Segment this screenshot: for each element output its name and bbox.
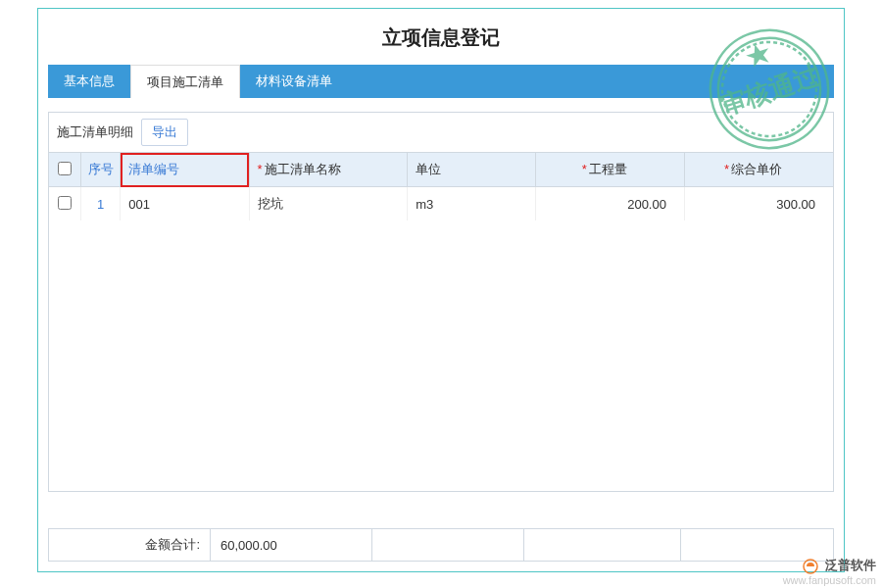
required-marker: * xyxy=(724,162,729,176)
header-unit[interactable]: 单位 xyxy=(408,153,536,187)
cell-seq: 1 xyxy=(80,187,120,221)
row-checkbox-cell xyxy=(49,187,80,221)
table-row[interactable]: 1 001 挖坑 m3 200.00 300.00 xyxy=(49,187,833,221)
tab-bar: 基本信息 项目施工清单 材料设备清单 xyxy=(48,65,834,98)
table-container: 序号 清单编号 *施工清单名称 单位 *工程量 *综合单价 1 001 xyxy=(49,153,833,491)
header-name[interactable]: *施工清单名称 xyxy=(249,153,408,187)
cell-code[interactable]: 001 xyxy=(121,187,249,221)
header-price[interactable]: *综合单价 xyxy=(684,153,833,187)
header-code[interactable]: 清单编号 xyxy=(121,153,249,187)
header-checkbox-cell xyxy=(49,153,80,187)
page-title: 立项信息登记 xyxy=(38,9,844,65)
footer-summary: 金额合计: 60,000.00 xyxy=(48,528,834,562)
cell-price[interactable]: 300.00 xyxy=(684,187,833,221)
tab-construction-list[interactable]: 项目施工清单 xyxy=(130,65,240,98)
content-panel: 施工清单明细 导出 序号 清单编号 *施工清单名称 单位 *工程量 *综合单价 xyxy=(48,112,834,492)
tab-basic-info[interactable]: 基本信息 xyxy=(48,65,130,98)
row-checkbox[interactable] xyxy=(58,196,72,210)
required-marker: * xyxy=(258,162,263,176)
watermark-url: www.fanpusoft.com xyxy=(783,574,876,586)
cell-unit[interactable]: m3 xyxy=(408,187,536,221)
required-marker: * xyxy=(582,162,587,176)
cell-qty[interactable]: 200.00 xyxy=(536,187,685,221)
total-value: 60,000.00 xyxy=(211,529,372,561)
export-button[interactable]: 导出 xyxy=(141,119,188,146)
main-frame: 立项信息登记 审核通过 基本信息 项目施工清单 材料设备清单 施工清单明细 导出 xyxy=(37,8,845,572)
cell-name[interactable]: 挖坑 xyxy=(249,187,408,221)
footer-empty xyxy=(681,529,833,561)
section-label: 施工清单明细 xyxy=(57,123,133,141)
construction-table: 序号 清单编号 *施工清单名称 单位 *工程量 *综合单价 1 001 xyxy=(49,153,833,220)
header-seq[interactable]: 序号 xyxy=(80,153,120,187)
tab-material-list[interactable]: 材料设备清单 xyxy=(240,65,348,98)
header-qty[interactable]: *工程量 xyxy=(536,153,685,187)
total-label: 金额合计: xyxy=(49,529,211,561)
toolbar: 施工清单明细 导出 xyxy=(49,113,833,153)
select-all-checkbox[interactable] xyxy=(58,162,72,175)
footer-empty xyxy=(524,529,681,561)
footer-empty xyxy=(372,529,524,561)
